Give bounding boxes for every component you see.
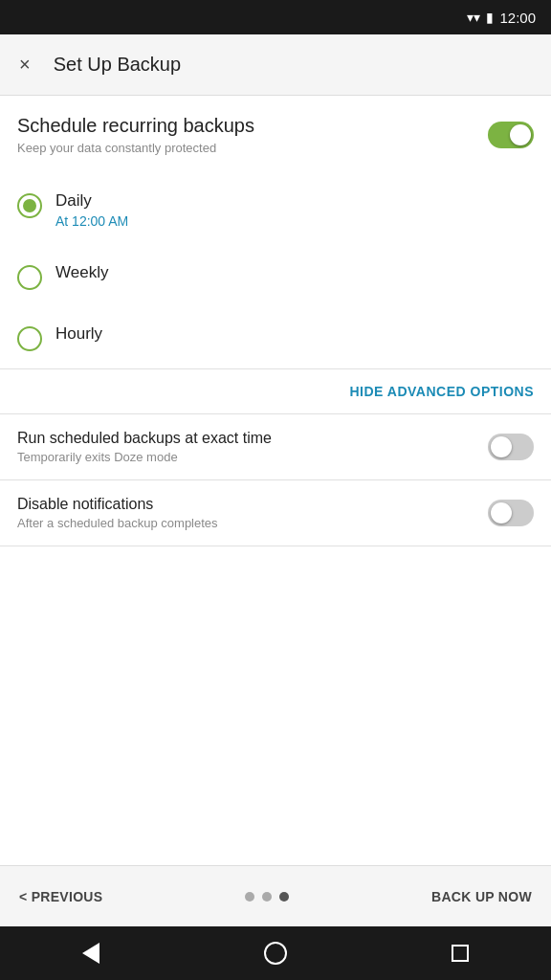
status-bar: ▾▾ ▮ 12:00 bbox=[0, 0, 551, 34]
close-button[interactable]: × bbox=[15, 50, 34, 79]
radio-sublabel-daily: At 12:00 AM bbox=[55, 213, 128, 229]
disable-notifications-title: Disable notifications bbox=[17, 496, 488, 513]
schedule-subtitle: Keep your data constantly protected bbox=[17, 141, 254, 155]
home-button[interactable] bbox=[245, 934, 306, 972]
radio-circle-daily bbox=[17, 193, 42, 218]
radio-label-block-hourly: Hourly bbox=[55, 324, 102, 344]
exact-time-text: Run scheduled backups at exact time Temp… bbox=[17, 430, 488, 464]
bottom-nav: < PREVIOUS BACK UP NOW bbox=[0, 865, 551, 926]
toggle-track-exact[interactable] bbox=[488, 434, 534, 460]
disable-notifications-toggle[interactable] bbox=[488, 500, 534, 526]
dot-2 bbox=[262, 892, 272, 902]
back-up-now-button[interactable]: BACK UP NOW bbox=[431, 889, 532, 904]
exact-time-setting: Run scheduled backups at exact time Temp… bbox=[0, 414, 551, 480]
disable-notifications-subtitle: After a scheduled backup completes bbox=[17, 516, 488, 530]
content-area: Schedule recurring backups Keep your dat… bbox=[0, 96, 551, 865]
radio-circle-weekly bbox=[17, 265, 42, 290]
system-nav-bar bbox=[0, 926, 551, 980]
exact-time-toggle[interactable] bbox=[488, 434, 534, 460]
dot-3 bbox=[279, 892, 289, 902]
radio-label-block-daily: Daily At 12:00 AM bbox=[55, 191, 128, 229]
schedule-toggle[interactable] bbox=[488, 122, 534, 148]
toggle-track-schedule[interactable] bbox=[488, 122, 534, 148]
dot-1 bbox=[245, 892, 254, 902]
disable-notifications-text: Disable notifications After a scheduled … bbox=[17, 496, 488, 530]
advanced-options-text[interactable]: HIDE ADVANCED OPTIONS bbox=[349, 384, 534, 399]
radio-label-block-weekly: Weekly bbox=[55, 263, 108, 282]
status-time: 12:00 bbox=[499, 10, 536, 26]
radio-options: Daily At 12:00 AM Weekly Hourly bbox=[0, 165, 551, 368]
radio-label-daily: Daily bbox=[55, 191, 128, 211]
radio-label-hourly: Hourly bbox=[55, 324, 102, 344]
back-button[interactable] bbox=[63, 935, 119, 971]
page-title: Set Up Backup bbox=[54, 54, 181, 76]
wifi-icon: ▾▾ bbox=[467, 10, 480, 25]
schedule-title: Schedule recurring backups bbox=[17, 115, 254, 137]
header: × Set Up Backup bbox=[0, 34, 551, 96]
advanced-options-link[interactable]: HIDE ADVANCED OPTIONS bbox=[0, 369, 551, 413]
radio-option-daily[interactable]: Daily At 12:00 AM bbox=[17, 174, 534, 246]
page-dots bbox=[245, 892, 289, 902]
recents-button[interactable] bbox=[432, 937, 488, 969]
schedule-section: Schedule recurring backups Keep your dat… bbox=[0, 96, 551, 165]
radio-option-weekly[interactable]: Weekly bbox=[17, 246, 534, 307]
radio-option-hourly[interactable]: Hourly bbox=[17, 307, 534, 368]
battery-icon: ▮ bbox=[486, 10, 494, 25]
exact-time-subtitle: Temporarily exits Doze mode bbox=[17, 450, 488, 464]
previous-button[interactable]: < PREVIOUS bbox=[19, 889, 102, 904]
exact-time-title: Run scheduled backups at exact time bbox=[17, 430, 488, 447]
radio-circle-hourly bbox=[17, 326, 42, 351]
radio-label-weekly: Weekly bbox=[55, 263, 108, 282]
toggle-track-notifications[interactable] bbox=[488, 500, 534, 526]
disable-notifications-setting: Disable notifications After a scheduled … bbox=[0, 480, 551, 546]
